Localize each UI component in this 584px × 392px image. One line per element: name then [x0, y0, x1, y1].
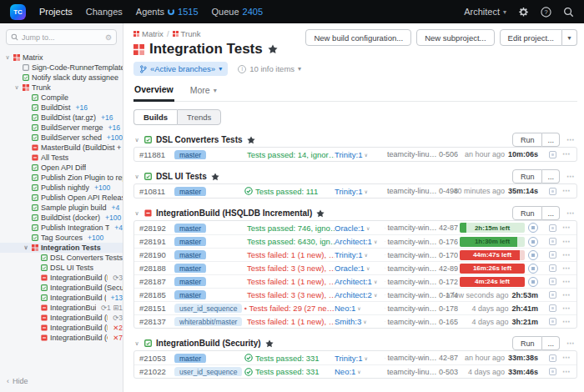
build-config-name[interactable]: IntegrationBuild (Security): [156, 339, 261, 348]
build-config-name[interactable]: IntegrationBuild (HSQLDB Incremental): [156, 209, 312, 218]
build-status-link[interactable]: Tests failed: 29 (27 ne…: [244, 304, 335, 313]
sidebar-item[interactable]: ∨ Matrix: [0, 53, 123, 63]
build-status-link[interactable]: Tests failed: 1 (1 new), …: [244, 250, 335, 259]
nav-agents[interactable]: Agents 1515: [136, 7, 199, 17]
run-build-button[interactable]: Run: [512, 133, 543, 147]
help-icon[interactable]: ?: [540, 6, 551, 18]
build-details-icon[interactable]: [549, 304, 556, 312]
build-number-link[interactable]: #28191: [139, 237, 174, 246]
branch-chip[interactable]: master: [174, 237, 206, 246]
build-status-link[interactable]: Tests passed: 14, ignor…: [244, 150, 335, 159]
sidebar-item[interactable]: ∨ Integration Tests: [0, 243, 123, 253]
breadcrumb-matrix[interactable]: Matrix: [133, 29, 164, 38]
run-options-button[interactable]: ...: [542, 336, 560, 350]
branch-chip[interactable]: master: [174, 150, 206, 159]
sidebar-item[interactable]: IntegrationBuild (MS SQL)+13: [0, 293, 123, 303]
chevron-down-icon[interactable]: ∨: [133, 173, 140, 180]
nav-changes[interactable]: Changes: [86, 7, 123, 17]
build-number-link[interactable]: #28185: [139, 290, 174, 299]
agent-link[interactable]: teamcity-win… 42-87: [385, 354, 458, 362]
branch-chip[interactable]: master: [174, 264, 206, 273]
committer-link[interactable]: Oracle:1∨: [335, 224, 385, 233]
breadcrumb-trunk[interactable]: Trunk: [173, 29, 201, 38]
info-items-link[interactable]: i 10 info items ▾: [238, 64, 301, 73]
build-progress-bar[interactable]: 16m:26s left: [460, 264, 525, 274]
build-status-link[interactable]: Tests passed: 746, igno…: [244, 224, 335, 233]
committer-link[interactable]: Trinity:1∨: [335, 187, 385, 196]
row-menu-icon[interactable]: ⋯: [562, 354, 571, 362]
chevron-down-icon[interactable]: ∨: [13, 84, 20, 91]
sidebar-item[interactable]: BuildDist (docker)+100: [0, 213, 123, 223]
sidebar-item[interactable]: Open API Diff: [0, 163, 123, 173]
row-menu-icon[interactable]: ⋯: [562, 278, 571, 286]
branch-filter-chip[interactable]: «Active branches» ▾: [133, 62, 228, 76]
build-details-icon[interactable]: [549, 318, 556, 325]
build-number-link[interactable]: #28192: [139, 224, 174, 233]
build-number-link[interactable]: #11881: [139, 150, 174, 159]
new-subproject-button[interactable]: New subproject...: [416, 29, 494, 46]
build-status-link[interactable]: Tests failed: 3 (3 new), …: [244, 290, 335, 299]
row-menu-icon[interactable]: ⋯: [562, 291, 571, 299]
sidebar-settings-gear-icon[interactable]: ⚙: [105, 33, 112, 42]
stop-build-icon[interactable]: [528, 223, 538, 233]
stop-build-icon[interactable]: [528, 250, 538, 260]
gear-icon[interactable]: [517, 6, 529, 18]
sidebar-item[interactable]: BuildServer merge+16: [0, 123, 123, 133]
sidebar-item[interactable]: IntegrationBuild (MySQL/Docke…⟳3: [0, 313, 123, 323]
run-build-button[interactable]: Run: [512, 206, 543, 220]
chevron-down-icon[interactable]: ∨: [133, 340, 140, 347]
branch-chip[interactable]: master: [174, 224, 206, 233]
build-number-link[interactable]: #28190: [139, 250, 174, 259]
sidebar-item[interactable]: IntegrationBuild (MariaDB/Docker)✕2: [0, 323, 123, 333]
run-build-button[interactable]: Run: [512, 336, 543, 350]
agent-link[interactable]: teamcity-win… 0-165: [385, 318, 458, 326]
favorite-star-icon[interactable]: [265, 339, 274, 348]
build-config-name[interactable]: DSL Converters Tests: [156, 135, 243, 144]
build-progress-bar[interactable]: 2h:15m left: [460, 223, 525, 233]
toggle-trends[interactable]: Trends: [177, 109, 221, 125]
teamcity-logo[interactable]: TC: [10, 4, 26, 20]
build-details-icon[interactable]: [549, 224, 556, 232]
build-status-link[interactable]: Tests passed: 331: [244, 367, 335, 376]
sidebar-item[interactable]: Sign-Code-RunnerTemplate: [0, 63, 123, 73]
build-config-name[interactable]: DSL UI Tests: [156, 172, 207, 181]
build-progress-bar[interactable]: 4m:24s left: [460, 277, 525, 287]
build-number-link[interactable]: #28151: [139, 304, 174, 313]
build-number-link[interactable]: #28188: [139, 264, 174, 273]
agent-link[interactable]: teamcity-linu… 0-498: [385, 187, 458, 195]
sidebar-item[interactable]: DSL Converters Tests: [0, 253, 123, 263]
favorite-star-icon[interactable]: [247, 136, 255, 144]
build-number-link[interactable]: #28137: [139, 317, 174, 326]
hide-sidebar-button[interactable]: ‹ Hide: [7, 377, 28, 385]
agent-link[interactable]: teamcity-linu… 0-503: [385, 368, 458, 376]
branch-chip[interactable]: master: [174, 187, 206, 196]
sidebar-item[interactable]: Sample plugin build+4: [0, 203, 123, 213]
build-number-link[interactable]: #21053: [139, 354, 174, 363]
committer-link[interactable]: Neo:1∨: [335, 367, 385, 376]
sidebar-item[interactable]: Compile: [0, 93, 123, 103]
tab-more[interactable]: More ▾: [189, 84, 218, 101]
chevron-down-icon[interactable]: ∨: [23, 244, 29, 251]
tab-overview[interactable]: Overview: [133, 84, 174, 102]
row-menu-icon[interactable]: ⋯: [562, 187, 571, 195]
run-options-button[interactable]: ...: [542, 133, 560, 147]
favorite-star-icon[interactable]: [316, 209, 325, 218]
sidebar-item[interactable]: ∨ Trunk: [0, 83, 123, 93]
build-details-icon[interactable]: [549, 264, 556, 272]
sidebar-item[interactable]: Publish nightly+100: [0, 183, 123, 193]
committer-link[interactable]: Trinity:1∨: [335, 354, 385, 363]
sidebar-item[interactable]: BuildServer scheduled merge+100: [0, 133, 123, 143]
favorite-star-icon[interactable]: [211, 173, 219, 181]
chevron-down-icon[interactable]: ∨: [4, 54, 11, 61]
nav-projects[interactable]: Projects: [39, 7, 73, 17]
new-build-configuration-button[interactable]: New build configuration...: [305, 29, 411, 46]
row-menu-icon[interactable]: ⋯: [562, 251, 571, 259]
row-menu-icon[interactable]: ⋯: [562, 238, 571, 246]
build-details-icon[interactable]: [549, 151, 556, 158]
row-menu-icon[interactable]: ⋯: [562, 304, 571, 313]
branch-chip[interactable]: whiterabbit/master: [174, 317, 242, 326]
agent-link[interactable]: teamcity-linu… 0-506: [385, 150, 458, 158]
sidebar-item[interactable]: Publish Open API Release: [0, 193, 123, 203]
build-progress-bar[interactable]: 44m:47s left: [460, 250, 525, 260]
run-options-button[interactable]: ...: [542, 206, 560, 220]
